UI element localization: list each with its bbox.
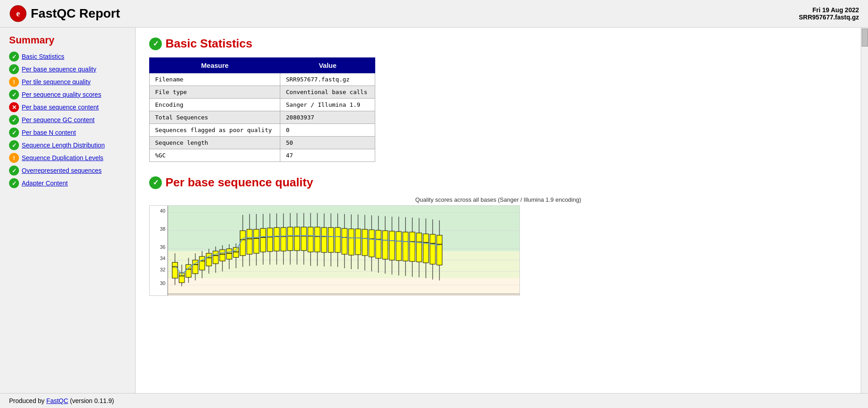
status-icon-pass-2: ✓ xyxy=(9,64,19,74)
svg-rect-55 xyxy=(254,229,259,253)
nav-item-basic-statistics[interactable]: ✓ Basic Statistics xyxy=(9,52,126,62)
nav-item-sequence-length-distribution[interactable]: ✓ Sequence Length Distribution xyxy=(9,140,126,150)
nav-link-per-base-n-content[interactable]: Per base N content xyxy=(22,129,76,136)
table-cell-measure: Encoding xyxy=(150,99,280,111)
svg-rect-67 xyxy=(281,228,286,251)
svg-rect-133 xyxy=(430,234,435,264)
svg-rect-106 xyxy=(369,230,374,257)
nav-link-per-sequence-gc-content[interactable]: Per sequence GC content xyxy=(22,116,94,123)
nav-item-per-sequence-gc-content[interactable]: ✓ Per sequence GC content xyxy=(9,115,126,125)
svg-rect-124 xyxy=(410,232,415,261)
svg-rect-76 xyxy=(301,227,307,251)
svg-rect-52 xyxy=(247,229,252,254)
basic-statistics-title: Basic Statistics xyxy=(165,37,252,51)
table-row: Sequences flagged as poor quality0 xyxy=(150,124,375,137)
svg-rect-136 xyxy=(437,235,442,265)
status-icon-pass: ✓ xyxy=(9,52,19,62)
svg-rect-19 xyxy=(172,262,178,278)
table-cell-measure: Total Sequences xyxy=(150,111,280,124)
svg-rect-94 xyxy=(342,228,347,254)
nav-item-per-base-sequence-quality[interactable]: ✓ Per base sequence quality xyxy=(9,64,126,74)
svg-rect-40 xyxy=(220,250,225,261)
svg-rect-70 xyxy=(288,227,293,251)
summary-title: Summary xyxy=(9,34,126,46)
svg-rect-49 xyxy=(240,231,245,256)
svg-rect-130 xyxy=(423,234,429,263)
svg-rect-127 xyxy=(416,233,422,262)
svg-rect-61 xyxy=(267,228,273,251)
svg-rect-121 xyxy=(403,232,408,261)
svg-text:30: 30 xyxy=(160,280,165,286)
status-icon-pass-5: ✓ xyxy=(9,128,19,138)
svg-rect-100 xyxy=(355,229,361,255)
status-icon-pass-7: ✓ xyxy=(9,166,19,176)
table-cell-value: 20803937 xyxy=(280,111,375,124)
table-cell-measure: %GC xyxy=(150,149,280,162)
table-cell-value: Sanger / Illumina 1.9 xyxy=(280,99,375,111)
table-cell-measure: Sequence length xyxy=(150,137,280,149)
svg-rect-73 xyxy=(294,227,300,251)
svg-rect-64 xyxy=(274,228,279,251)
svg-rect-91 xyxy=(335,228,340,252)
table-cell-value: SRR957677.fastq.gz xyxy=(280,73,375,86)
svg-text:38: 38 xyxy=(160,226,165,232)
fastqc-logo-icon: e xyxy=(9,5,27,23)
nav-link-per-tile-sequence-quality[interactable]: Per tile sequence quality xyxy=(22,78,91,85)
basic-statistics-status-icon: ✓ xyxy=(149,38,162,50)
scrollbar[interactable] xyxy=(861,28,868,393)
header-date: Fri 19 Aug 2022 xyxy=(799,6,859,14)
status-icon-warn-1: ! xyxy=(9,77,19,87)
nav-link-adapter-content[interactable]: Adapter Content xyxy=(22,180,68,187)
stats-table-body: FilenameSRR957677.fastq.gzFile typeConve… xyxy=(150,73,375,162)
nav-item-per-tile-sequence-quality[interactable]: ! Per tile sequence quality xyxy=(9,77,126,87)
table-cell-measure: Sequences flagged as poor quality xyxy=(150,124,280,137)
svg-text:40: 40 xyxy=(160,208,165,213)
status-icon-fail-1: ✕ xyxy=(9,102,19,112)
nav-link-per-base-sequence-content[interactable]: Per base sequence content xyxy=(22,104,99,111)
svg-rect-112 xyxy=(382,231,388,259)
svg-rect-46 xyxy=(233,247,239,257)
footer-version: (version 0.11.9) xyxy=(70,397,114,404)
svg-rect-82 xyxy=(315,227,320,252)
nav-link-per-sequence-quality-scores[interactable]: Per sequence quality scores xyxy=(22,91,101,98)
table-row: Total Sequences20803937 xyxy=(150,111,375,124)
nav-link-per-base-sequence-quality[interactable]: Per base sequence quality xyxy=(22,66,96,73)
svg-rect-109 xyxy=(376,230,381,258)
main-layout: Summary ✓ Basic Statistics ✓ Per base se… xyxy=(0,28,868,393)
header-info: Fri 19 Aug 2022 SRR957677.fastq.gz xyxy=(799,6,859,21)
nav-item-sequence-duplication-levels[interactable]: ! Sequence Duplication Levels xyxy=(9,153,126,163)
table-cell-value: Conventional base calls xyxy=(280,86,375,99)
nav-item-overrepresented-sequences[interactable]: ✓ Overrepresented sequences xyxy=(9,166,126,176)
scrollbar-thumb[interactable] xyxy=(862,28,868,47)
svg-rect-85 xyxy=(321,228,327,252)
nav-link-basic-statistics[interactable]: Basic Statistics xyxy=(22,53,64,60)
nav-link-sequence-duplication-levels[interactable]: Sequence Duplication Levels xyxy=(22,154,104,161)
table-cell-value: 47 xyxy=(280,149,375,162)
sidebar: Summary ✓ Basic Statistics ✓ Per base se… xyxy=(0,28,136,393)
svg-text:32: 32 xyxy=(160,267,165,272)
table-header-measure: Measure xyxy=(150,58,280,73)
svg-rect-31 xyxy=(199,256,205,270)
per-base-quality-header: ✓ Per base sequence quality xyxy=(149,176,847,190)
nav-item-per-base-sequence-content[interactable]: ✕ Per base sequence content xyxy=(9,102,126,112)
status-icon-pass-6: ✓ xyxy=(9,140,19,150)
status-icon-pass-3: ✓ xyxy=(9,90,19,100)
svg-rect-43 xyxy=(226,249,232,259)
app-title: FastQC Report xyxy=(31,6,120,21)
svg-rect-115 xyxy=(389,231,395,260)
nav-item-adapter-content[interactable]: ✓ Adapter Content xyxy=(9,178,126,188)
basic-statistics-table: Measure Value FilenameSRR957677.fastq.gz… xyxy=(149,57,375,162)
nav-link-sequence-length-distribution[interactable]: Sequence Length Distribution xyxy=(22,142,105,149)
header-filename: SRR957677.fastq.gz xyxy=(799,14,859,21)
table-row: Sequence length50 xyxy=(150,137,375,149)
nav-item-per-base-n-content[interactable]: ✓ Per base N content xyxy=(9,128,126,138)
nav-link-overrepresented-sequences[interactable]: Overrepresented sequences xyxy=(22,167,102,174)
status-icon-pass-4: ✓ xyxy=(9,115,19,125)
svg-rect-118 xyxy=(396,232,401,261)
basic-statistics-section: ✓ Basic Statistics Measure Value Filenam… xyxy=(149,37,847,162)
nav-item-per-sequence-quality-scores[interactable]: ✓ Per sequence quality scores xyxy=(9,90,126,100)
svg-rect-58 xyxy=(260,228,266,252)
table-cell-measure: File type xyxy=(150,86,280,99)
svg-rect-97 xyxy=(349,229,354,255)
fastqc-link[interactable]: FastQC xyxy=(47,397,68,404)
